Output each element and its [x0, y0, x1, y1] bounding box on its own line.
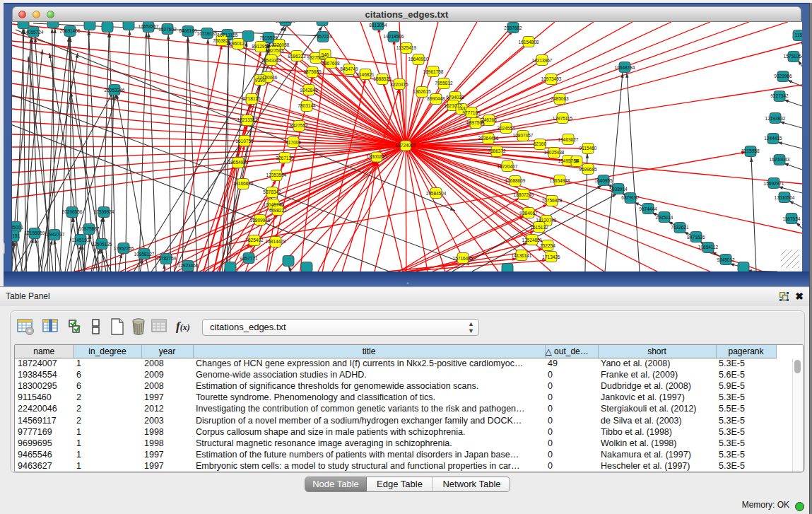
- svg-text:8990448: 8990448: [427, 96, 445, 101]
- svg-text:12213382: 12213382: [237, 117, 258, 122]
- svg-text:9457771: 9457771: [240, 256, 258, 261]
- svg-text:17359924: 17359924: [94, 209, 114, 214]
- svg-text:10975887: 10975887: [79, 226, 100, 231]
- svg-text:1362615: 1362615: [413, 89, 431, 94]
- svg-text:7663822: 7663822: [213, 38, 231, 43]
- svg-text:20691406: 20691406: [60, 28, 81, 33]
- svg-text:12923466: 12923466: [178, 263, 199, 268]
- svg-text:2935114: 2935114: [656, 215, 673, 220]
- svg-text:62160: 62160: [534, 141, 546, 146]
- svg-text:546: 546: [322, 52, 329, 57]
- svg-text:20364456: 20364456: [478, 136, 499, 141]
- svg-text:8471626: 8471626: [687, 235, 705, 240]
- svg-text:3875685: 3875685: [303, 69, 322, 74]
- svg-text:1527602: 1527602: [158, 27, 177, 32]
- svg-text:13524851: 13524851: [522, 238, 543, 243]
- svg-text:94: 94: [574, 158, 579, 163]
- svg-text:2718126: 2718126: [242, 96, 261, 101]
- svg-text:15716485: 15716485: [453, 256, 473, 261]
- svg-text:9245012: 9245012: [717, 257, 735, 262]
- svg-text:7357224: 7357224: [314, 34, 332, 39]
- svg-text:8220375: 8220375: [390, 82, 408, 87]
- svg-text:7386372: 7386372: [488, 148, 506, 153]
- svg-text:7625402: 7625402: [245, 238, 264, 243]
- svg-text:12942737: 12942737: [45, 232, 65, 237]
- svg-text:1713426: 1713426: [542, 255, 560, 259]
- svg-text:19584504: 19584504: [426, 191, 447, 196]
- svg-text:18724007: 18724007: [396, 143, 416, 148]
- svg-text:6794028: 6794028: [446, 95, 464, 100]
- svg-text:8427552: 8427552: [290, 123, 308, 128]
- svg-text:10973493: 10973493: [541, 76, 562, 81]
- svg-text:24055724: 24055724: [23, 30, 44, 35]
- svg-text:9384067: 9384067: [519, 211, 538, 216]
- svg-text:10046745: 10046745: [264, 202, 284, 207]
- svg-text:12505135: 12505135: [92, 242, 112, 247]
- svg-text:9777169: 9777169: [462, 110, 481, 115]
- svg-text:16120746: 16120746: [536, 218, 557, 223]
- svg-text:12193832: 12193832: [765, 116, 786, 121]
- svg-text:16640910: 16640910: [408, 57, 429, 62]
- svg-text:10958127: 10958127: [134, 252, 155, 257]
- svg-text:16154808: 16154808: [519, 40, 539, 45]
- svg-text:1640955: 1640955: [594, 178, 613, 183]
- svg-text:10719135: 10719135: [197, 31, 218, 36]
- svg-text:15692971: 15692971: [764, 181, 784, 186]
- svg-text:8960124: 8960124: [229, 41, 247, 46]
- svg-text:23226058: 23226058: [269, 42, 290, 47]
- svg-text:9390: 9390: [255, 78, 266, 83]
- svg-text:9329966: 9329966: [774, 74, 792, 78]
- svg-text:16961758: 16961758: [423, 69, 444, 74]
- svg-text:8186323: 8186323: [288, 54, 306, 59]
- svg-text:10654112: 10654112: [698, 245, 719, 250]
- svg-text:7632621: 7632621: [671, 225, 689, 230]
- svg-text:3024554: 3024554: [497, 126, 515, 131]
- svg-text:10688609: 10688609: [505, 178, 526, 183]
- svg-text:6466160: 6466160: [179, 28, 197, 33]
- svg-text:1167534: 1167534: [783, 216, 801, 221]
- svg-text:13654923: 13654923: [550, 178, 570, 183]
- svg-text:7955812: 7955812: [435, 81, 453, 86]
- svg-text:252254: 252254: [540, 243, 555, 248]
- svg-text:15751054: 15751054: [784, 54, 802, 59]
- svg-text:1588520: 1588520: [373, 76, 392, 81]
- svg-text:16782759: 16782759: [156, 256, 177, 261]
- svg-text:16033809: 16033809: [276, 22, 296, 23]
- svg-text:5878342: 5878342: [263, 189, 281, 194]
- svg-text:10543362: 10543362: [261, 58, 282, 63]
- svg-text:9827503: 9827503: [266, 48, 284, 53]
- svg-text:19463627: 19463627: [558, 137, 579, 142]
- svg-text:6897568: 6897568: [466, 120, 485, 125]
- svg-text:39151: 39151: [12, 233, 20, 238]
- svg-text:10653267: 10653267: [139, 24, 159, 29]
- svg-text:19654923: 19654923: [228, 160, 249, 165]
- svg-text:485001: 485001: [12, 225, 23, 230]
- svg-text:7515526: 7515526: [259, 35, 278, 40]
- svg-text:10807457: 10807457: [513, 133, 534, 138]
- svg-text:1244415: 1244415: [764, 136, 782, 141]
- svg-text:16914479: 16914479: [266, 239, 286, 244]
- svg-text:6879197: 6879197: [621, 195, 640, 200]
- svg-text:9242848: 9242848: [300, 88, 318, 93]
- svg-text:9115460: 9115460: [579, 146, 597, 151]
- svg-text:10025438: 10025438: [544, 150, 565, 155]
- svg-text:12975115: 12975115: [553, 116, 573, 121]
- svg-text:17010504: 17010504: [775, 195, 795, 200]
- svg-text:19218506: 19218506: [384, 34, 404, 39]
- svg-text:1610755: 1610755: [235, 139, 254, 144]
- svg-text:8454749: 8454749: [340, 66, 358, 71]
- svg-text:16210043: 16210043: [770, 157, 790, 162]
- svg-text:16713155: 16713155: [218, 33, 238, 37]
- svg-text:2367608: 2367608: [322, 61, 340, 66]
- svg-text:11325419: 11325419: [396, 45, 417, 50]
- svg-text:18807249: 18807249: [514, 192, 534, 197]
- svg-text:14136141: 14136141: [512, 253, 532, 258]
- svg-text:18300215: 18300215: [367, 154, 387, 159]
- svg-text:1145193: 1145193: [72, 238, 90, 243]
- svg-text:20206556: 20206556: [62, 209, 83, 214]
- svg-text:70756928: 70756928: [542, 198, 563, 203]
- svg-text:16809948: 16809948: [250, 218, 271, 223]
- svg-text:7803144: 7803144: [298, 103, 316, 108]
- svg-text:20053346: 20053346: [105, 88, 125, 93]
- svg-text:9699695: 9699695: [579, 167, 597, 172]
